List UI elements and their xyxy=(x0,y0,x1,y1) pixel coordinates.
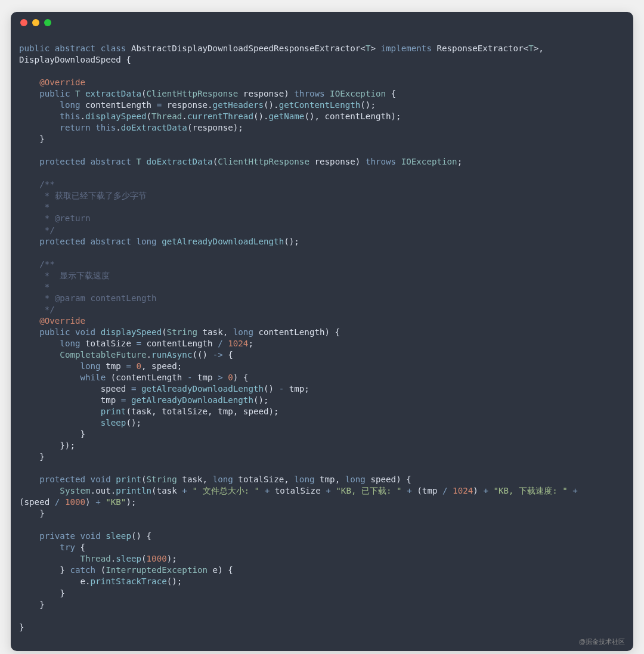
code-token xyxy=(223,373,228,382)
code-token xyxy=(80,89,86,98)
code-token: print xyxy=(101,407,126,416)
code-token: doExtractData xyxy=(121,123,187,132)
code-token xyxy=(60,497,65,507)
code-token: void xyxy=(80,531,101,541)
code-token: getName xyxy=(269,111,305,121)
code-content[interactable]: public abstract class AbstractDisplayDow… xyxy=(11,33,633,651)
code-token: public xyxy=(19,44,49,53)
code-token: long xyxy=(136,237,156,246)
code-token: () xyxy=(264,384,279,393)
code-token xyxy=(259,486,265,495)
code-token: long xyxy=(80,361,101,371)
code-token: 0 xyxy=(136,361,141,371)
code-token: public xyxy=(39,89,70,98)
code-token xyxy=(448,486,453,495)
code-token: ) xyxy=(85,497,95,507)
code-token: abstract xyxy=(55,44,95,53)
code-token xyxy=(70,327,75,337)
code-token: + xyxy=(326,486,331,495)
code-token: long xyxy=(294,475,314,484)
code-token: "KB" xyxy=(106,497,126,507)
code-token: tmp xyxy=(101,361,126,371)
code-token: / xyxy=(442,486,448,495)
code-token: T xyxy=(528,44,534,53)
code-token: try xyxy=(60,543,75,552)
code-token: sleep xyxy=(106,531,131,541)
code-token xyxy=(70,89,75,98)
code-token: @Override xyxy=(39,78,85,87)
code-token: "KB, 下载速度: " xyxy=(493,486,567,495)
code-token: . xyxy=(147,350,152,359)
code-token: protected xyxy=(39,237,85,246)
code-token: private xyxy=(39,531,75,541)
code-token xyxy=(136,384,141,393)
code-token: getAlreadyDownloadLength xyxy=(162,237,284,246)
code-token: (contentLength xyxy=(106,373,187,382)
code-token: = xyxy=(157,100,162,110)
maximize-icon[interactable] xyxy=(44,19,51,26)
code-token: System xyxy=(60,486,90,495)
code-token: (). xyxy=(264,100,279,110)
code-token: response) xyxy=(309,157,366,166)
code-token: getHeaders xyxy=(213,100,264,110)
code-token: AbstractDisplayDownloadSpeedResponseExtr… xyxy=(126,44,365,53)
code-token: public xyxy=(39,327,70,337)
code-token: (() xyxy=(192,350,212,359)
code-token: ( xyxy=(141,554,147,563)
code-token: -> xyxy=(213,350,223,359)
code-token xyxy=(157,237,162,246)
code-token: catch xyxy=(70,565,95,575)
code-token: runAsync xyxy=(151,350,192,359)
code-token xyxy=(19,237,39,246)
minimize-icon[interactable] xyxy=(32,19,39,26)
code-token: > xyxy=(218,373,223,382)
code-token: T xyxy=(136,157,141,166)
code-token: contentLength xyxy=(141,339,218,348)
code-token xyxy=(101,531,106,541)
code-token: sleep xyxy=(101,418,126,427)
code-token: + xyxy=(572,486,578,495)
code-token xyxy=(95,44,101,53)
code-token: IOException xyxy=(401,157,457,166)
code-token xyxy=(396,157,401,166)
code-token xyxy=(95,327,101,337)
close-icon[interactable] xyxy=(20,19,27,26)
code-token: protected xyxy=(39,157,85,166)
code-token: "KB, 已下载: " xyxy=(336,486,401,495)
code-token: + xyxy=(265,486,270,495)
code-token: println xyxy=(116,486,151,495)
code-token xyxy=(19,327,39,337)
code-token: ( xyxy=(162,327,167,337)
code-token: - xyxy=(279,384,284,393)
code-token: class xyxy=(101,44,126,53)
code-token xyxy=(126,395,131,405)
code-token: while xyxy=(80,373,106,382)
code-token: abstract xyxy=(91,157,131,166)
code-token: ResponseExtractor< xyxy=(432,44,528,53)
code-token: (). xyxy=(253,111,269,121)
code-token: = xyxy=(126,361,131,371)
watermark-label: @掘金技术社区 xyxy=(579,637,625,646)
code-token: 1000 xyxy=(147,554,167,563)
code-token xyxy=(325,89,330,98)
code-token xyxy=(75,531,80,541)
code-token: T xyxy=(75,89,80,98)
code-token xyxy=(141,157,147,166)
code-token: ( xyxy=(147,111,152,121)
code-token: . xyxy=(116,123,121,132)
code-token: ) xyxy=(473,486,483,495)
code-token: + xyxy=(95,497,101,507)
code-token: displaySpeed xyxy=(85,111,147,121)
code-token: long xyxy=(213,475,233,484)
code-token: IOException xyxy=(330,89,386,98)
code-token: 1000 xyxy=(65,497,85,507)
code-token: throws xyxy=(294,89,324,98)
code-token: ( xyxy=(141,475,147,484)
code-token: + xyxy=(407,486,412,495)
code-token xyxy=(49,44,55,53)
code-token: totalSize xyxy=(270,486,326,495)
code-token: String xyxy=(147,475,177,484)
code-token xyxy=(85,237,91,246)
code-token: long xyxy=(60,339,80,348)
code-token: (task xyxy=(151,486,182,495)
